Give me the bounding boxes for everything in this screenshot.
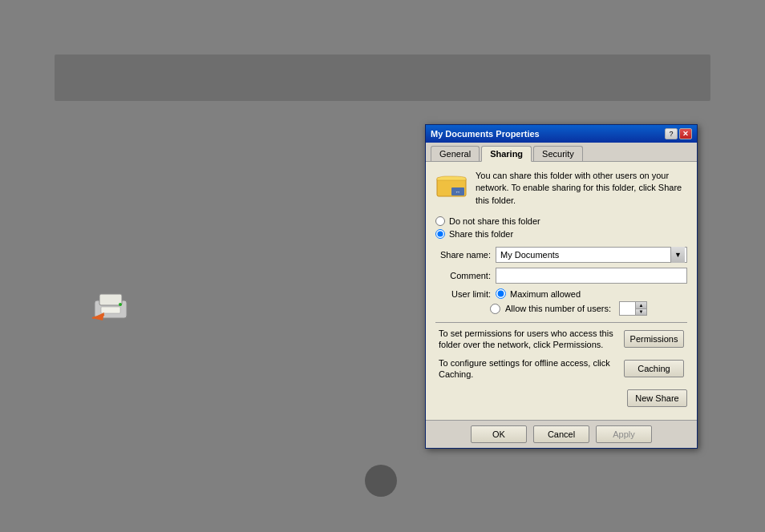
caching-button[interactable]: Caching — [624, 360, 684, 377]
network-icon — [88, 284, 144, 328]
svg-text:↔: ↔ — [455, 189, 461, 195]
share-name-row: Share name: My Documents ▼ — [435, 247, 687, 263]
apply-button[interactable]: Apply — [596, 425, 652, 443]
max-allowed-label: Maximum allowed — [510, 289, 581, 299]
close-button[interactable]: ✕ — [679, 128, 692, 139]
radio-share-label: Share this folder — [449, 229, 513, 239]
user-count-input[interactable] — [620, 304, 634, 313]
svg-point-3 — [119, 303, 122, 306]
radio-do-not-share[interactable] — [435, 216, 445, 226]
share-name-label: Share name: — [435, 250, 496, 260]
cancel-button[interactable]: Cancel — [533, 425, 589, 443]
radio-share-row: Share this folder — [435, 229, 687, 239]
tab-security[interactable]: Security — [533, 146, 583, 161]
info-description: You can share this folder with other use… — [476, 170, 687, 207]
allow-label: Allow this number of users: — [505, 304, 611, 313]
folder-icon: ↔ — [435, 170, 468, 198]
comment-label: Comment: — [435, 271, 496, 280]
new-share-row: New Share — [435, 386, 687, 412]
sharing-radio-group: Do not share this folder Share this fold… — [435, 216, 687, 239]
help-button[interactable]: ? — [665, 128, 678, 139]
tab-bar: General Sharing Security — [426, 143, 697, 162]
caching-text: To configure settings for offline access… — [439, 357, 617, 381]
caching-row: To configure settings for offline access… — [435, 357, 687, 381]
separator-1 — [435, 322, 687, 323]
dialog-title: My Documents Properties — [431, 129, 540, 139]
tab-sharing[interactable]: Sharing — [481, 146, 532, 162]
info-section: ↔ You can share this folder with other u… — [435, 170, 687, 207]
properties-dialog: My Documents Properties ? ✕ General Shar… — [425, 124, 698, 449]
radio-do-not-share-label: Do not share this folder — [449, 216, 540, 226]
spinner-up[interactable]: ▲ — [636, 302, 646, 309]
permissions-text: To set permissions for users who access … — [439, 328, 617, 351]
dialog-content: ↔ You can share this folder with other u… — [426, 162, 697, 420]
comment-input[interactable] — [496, 268, 687, 284]
permissions-row: To set permissions for users who access … — [435, 328, 687, 351]
max-allowed-row: Maximum allowed — [496, 288, 581, 299]
radio-max-allowed[interactable] — [496, 288, 506, 299]
permissions-button[interactable]: Permissions — [624, 330, 684, 348]
title-bar-controls: ? ✕ — [665, 128, 692, 139]
share-name-select[interactable]: My Documents ▼ — [496, 247, 687, 263]
user-limit-label-row: User limit: Maximum allowed — [435, 288, 687, 299]
share-name-dropdown-arrow[interactable]: ▼ — [670, 247, 685, 263]
title-bar: My Documents Properties ? ✕ — [426, 125, 697, 143]
user-limit-section: User limit: Maximum allowed Allow this n… — [435, 288, 687, 316]
user-count-spinner[interactable]: ▲ ▼ — [619, 301, 647, 316]
share-name-value: My Documents — [498, 250, 670, 260]
user-limit-label: User limit: — [435, 289, 496, 299]
spinner-down[interactable]: ▼ — [636, 309, 646, 316]
dialog-footer: OK Cancel Apply — [426, 420, 697, 448]
bottom-circle-decoration — [365, 465, 397, 497]
allow-number-row: Allow this number of users: ▲ ▼ — [435, 301, 687, 316]
comment-row: Comment: — [435, 268, 687, 284]
tab-general[interactable]: General — [431, 146, 480, 161]
new-share-button[interactable]: New Share — [627, 389, 687, 407]
svg-rect-2 — [101, 307, 120, 313]
radio-share-folder[interactable] — [435, 229, 445, 239]
svg-rect-1 — [99, 294, 122, 305]
ok-button[interactable]: OK — [471, 425, 527, 443]
radio-allow-number[interactable] — [490, 304, 500, 314]
top-bar — [55, 54, 710, 101]
radio-do-not-share-row: Do not share this folder — [435, 216, 687, 226]
spinner-arrows: ▲ ▼ — [635, 302, 646, 315]
